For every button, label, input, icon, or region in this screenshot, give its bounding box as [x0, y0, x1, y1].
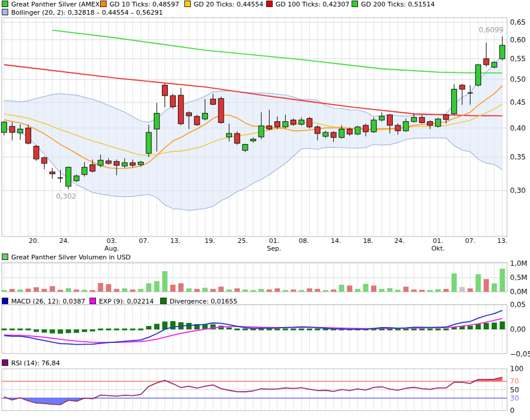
volume-bar[interactable] — [371, 285, 376, 292]
volume-bar[interactable] — [267, 289, 272, 292]
volume-bar[interactable] — [435, 289, 440, 292]
candle-body[interactable] — [259, 126, 264, 137]
volume-bar[interactable] — [443, 289, 449, 292]
candle-body[interactable] — [218, 99, 224, 123]
volume-bar[interactable] — [251, 290, 256, 292]
candle-body[interactable] — [130, 163, 135, 165]
volume-bar[interactable] — [459, 287, 465, 292]
candle-body[interactable] — [34, 146, 39, 159]
candle-body[interactable] — [186, 113, 191, 116]
candle-body[interactable] — [170, 96, 175, 107]
candle-body[interactable] — [443, 115, 449, 119]
candle-body[interactable] — [82, 167, 87, 174]
volume-bar[interactable] — [58, 290, 63, 292]
volume-bar[interactable] — [331, 289, 336, 292]
candle-body[interactable] — [49, 172, 55, 174]
volume-bar[interactable] — [291, 289, 296, 292]
volume-bar[interactable] — [411, 289, 416, 292]
candle-body[interactable] — [25, 128, 31, 144]
candle-body[interactable] — [323, 132, 328, 136]
volume-bar[interactable] — [234, 288, 240, 292]
candle-body[interactable] — [476, 65, 481, 85]
candle-body[interactable] — [347, 129, 352, 134]
candle-body[interactable] — [74, 176, 79, 181]
volume-bar[interactable] — [178, 284, 184, 292]
candle-body[interactable] — [66, 167, 71, 186]
volume-bar[interactable] — [395, 290, 400, 292]
volume-bar[interactable] — [106, 284, 111, 292]
candle-body[interactable] — [234, 134, 240, 143]
candle-body[interactable] — [291, 120, 296, 124]
candle-body[interactable] — [9, 126, 15, 132]
volume-bar[interactable] — [98, 283, 103, 292]
volume-bar[interactable] — [42, 289, 47, 292]
volume-bar[interactable] — [9, 289, 15, 292]
volume-bar[interactable] — [299, 290, 304, 292]
candle-body[interactable] — [419, 118, 425, 123]
volume-bar[interactable] — [500, 269, 505, 292]
volume-bar[interactable] — [2, 290, 7, 292]
candle-body[interactable] — [138, 162, 143, 165]
volume-bar[interactable] — [66, 288, 71, 292]
volume-bar[interactable] — [34, 287, 39, 292]
volume-bar[interactable] — [122, 288, 127, 292]
volume-bar[interactable] — [18, 289, 23, 292]
volume-bar[interactable] — [355, 289, 360, 292]
volume-bar[interactable] — [403, 286, 409, 292]
candle-body[interactable] — [162, 85, 167, 96]
candle-body[interactable] — [355, 127, 360, 134]
volume-bar[interactable] — [74, 289, 79, 292]
candle-body[interactable] — [98, 160, 103, 165]
candle-body[interactable] — [42, 158, 47, 164]
candle-body[interactable] — [403, 122, 409, 131]
candle-body[interactable] — [331, 132, 336, 138]
volume-bar[interactable] — [476, 274, 481, 292]
volume-bar[interactable] — [154, 281, 160, 292]
volume-bar[interactable] — [186, 288, 191, 292]
volume-bar[interactable] — [194, 289, 200, 292]
volume-bar[interactable] — [387, 288, 392, 292]
candle-body[interactable] — [251, 139, 256, 141]
volume-bar[interactable] — [468, 288, 473, 292]
candle-body[interactable] — [122, 163, 127, 166]
volume-bar[interactable] — [25, 289, 31, 292]
volume-bar[interactable] — [170, 285, 175, 292]
candle-body[interactable] — [411, 118, 416, 122]
volume-bar[interactable] — [90, 290, 95, 292]
volume-bar[interactable] — [323, 290, 328, 292]
volume-bar[interactable] — [452, 274, 457, 292]
volume-bar[interactable] — [203, 288, 208, 292]
volume-bar[interactable] — [315, 289, 320, 292]
volume-bar[interactable] — [339, 285, 344, 292]
candle-body[interactable] — [483, 59, 489, 65]
candle-body[interactable] — [395, 125, 400, 131]
candle-body[interactable] — [154, 114, 160, 129]
volume-bar[interactable] — [283, 290, 288, 292]
candle-body[interactable] — [435, 119, 440, 126]
candle-body[interactable] — [283, 122, 288, 127]
candle-body[interactable] — [114, 162, 120, 166]
volume-bar[interactable] — [210, 289, 216, 292]
candle-body[interactable] — [379, 116, 385, 120]
volume-bar[interactable] — [49, 286, 55, 292]
volume-bar[interactable] — [146, 284, 151, 292]
candle-body[interactable] — [227, 134, 232, 137]
volume-bar[interactable] — [307, 288, 312, 292]
volume-bar[interactable] — [428, 290, 433, 292]
candle-body[interactable] — [428, 122, 433, 125]
candle-body[interactable] — [459, 85, 465, 89]
volume-bar[interactable] — [243, 289, 248, 292]
candle-body[interactable] — [500, 45, 505, 59]
candle-body[interactable] — [339, 129, 344, 137]
candle-body[interactable] — [274, 122, 280, 127]
volume-bar[interactable] — [138, 289, 143, 292]
candle-body[interactable] — [452, 89, 457, 114]
volume-bar[interactable] — [419, 290, 425, 292]
volume-bar[interactable] — [130, 289, 135, 292]
candle-body[interactable] — [194, 116, 200, 125]
candle-body[interactable] — [203, 114, 208, 119]
candle-body[interactable] — [243, 144, 248, 150]
candle-body[interactable] — [387, 115, 392, 125]
candle-body[interactable] — [299, 120, 304, 124]
candle-body[interactable] — [267, 126, 272, 129]
